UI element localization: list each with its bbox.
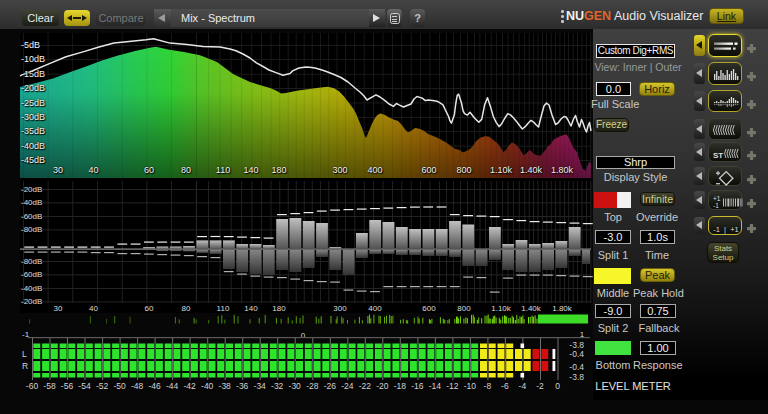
- svg-text:-0.4: -0.4: [569, 362, 584, 372]
- svg-text:80: 80: [181, 165, 191, 175]
- svg-text:-45dB: -45dB: [21, 155, 45, 165]
- svg-text:600: 600: [422, 304, 436, 313]
- svg-text:300: 300: [333, 304, 347, 313]
- svg-text:60: 60: [145, 304, 154, 313]
- svg-text:1.10k: 1.10k: [490, 165, 513, 175]
- svg-text:ST: ST: [713, 151, 723, 160]
- svg-text:1.40k: 1.40k: [520, 165, 543, 175]
- svg-text:+1: +1: [713, 195, 721, 202]
- svg-text:-14: -14: [429, 381, 442, 391]
- svg-text:140: 140: [244, 304, 258, 313]
- svg-text:-40: -40: [201, 381, 214, 391]
- svg-text:-38: -38: [219, 381, 232, 391]
- svg-text:-40dB: -40dB: [21, 141, 45, 151]
- svg-text:-60dB: -60dB: [21, 212, 42, 221]
- svg-text:-40dB: -40dB: [21, 198, 42, 207]
- svg-text:40: 40: [89, 304, 98, 313]
- svg-text:L: L: [22, 349, 27, 359]
- svg-text:-52: -52: [96, 381, 109, 391]
- svg-text:30: 30: [53, 165, 63, 175]
- svg-text:-5dB: -5dB: [21, 40, 40, 50]
- svg-text:180: 180: [271, 165, 286, 175]
- svg-text:-1 | +1: -1 | +1: [713, 225, 739, 234]
- svg-text:400: 400: [368, 304, 382, 313]
- svg-text:-58: -58: [43, 381, 56, 391]
- svg-text:-1: -1: [713, 202, 719, 209]
- svg-text:-22: -22: [359, 381, 372, 391]
- svg-text:-10dB: -10dB: [21, 54, 45, 64]
- svg-text:110: 110: [217, 304, 230, 313]
- svg-text:-2: -2: [536, 381, 544, 391]
- svg-text:-40dB: -40dB: [21, 284, 42, 293]
- svg-text:-20dB: -20dB: [21, 185, 42, 194]
- svg-text:300: 300: [332, 165, 347, 175]
- svg-text:600: 600: [421, 165, 436, 175]
- svg-text:-0.4: -0.4: [569, 349, 584, 359]
- svg-text:-24: -24: [341, 381, 354, 391]
- svg-text:-26: -26: [324, 381, 337, 391]
- svg-text:-4: -4: [519, 381, 527, 391]
- svg-text:-20dB: -20dB: [21, 297, 42, 306]
- svg-text:1.10k: 1.10k: [491, 304, 512, 313]
- svg-text:-46: -46: [148, 381, 161, 391]
- svg-text:-16: -16: [411, 381, 424, 391]
- svg-text:-60dB: -60dB: [21, 270, 42, 279]
- svg-text:-15dB: -15dB: [21, 69, 45, 79]
- svg-text:400: 400: [367, 165, 382, 175]
- svg-text:-35dB: -35dB: [21, 126, 45, 136]
- svg-text:-80dB: -80dB: [21, 257, 42, 266]
- svg-text:-48: -48: [131, 381, 144, 391]
- svg-text:30: 30: [54, 304, 63, 313]
- svg-text:1.80k: 1.80k: [551, 165, 574, 175]
- svg-text:-60: -60: [26, 381, 39, 391]
- svg-text:-56: -56: [61, 381, 74, 391]
- svg-text:-28: -28: [306, 381, 319, 391]
- svg-text:R: R: [22, 361, 28, 371]
- svg-text:-54: -54: [78, 381, 91, 391]
- svg-text:-30dB: -30dB: [21, 112, 45, 122]
- svg-text:800: 800: [457, 304, 471, 313]
- svg-text:-12: -12: [446, 381, 459, 391]
- svg-text:-34: -34: [254, 381, 267, 391]
- svg-text:-25dB: -25dB: [21, 98, 45, 108]
- svg-text:1.40k: 1.40k: [521, 304, 542, 313]
- svg-text:-36: -36: [236, 381, 249, 391]
- svg-text:-44: -44: [166, 381, 179, 391]
- svg-text:80: 80: [182, 304, 191, 313]
- svg-text:-8: -8: [484, 381, 492, 391]
- svg-text:40: 40: [88, 165, 98, 175]
- svg-text:800: 800: [456, 165, 471, 175]
- svg-text:-80dB: -80dB: [21, 225, 42, 234]
- svg-text:-18: -18: [394, 381, 407, 391]
- svg-text:-20dB: -20dB: [21, 83, 45, 93]
- svg-text:1.80k: 1.80k: [552, 304, 573, 313]
- svg-text:-10: -10: [464, 381, 477, 391]
- svg-text:110: 110: [216, 165, 230, 175]
- svg-text:-30: -30: [289, 381, 302, 391]
- svg-text:-20: -20: [376, 381, 389, 391]
- svg-text:-50: -50: [113, 381, 126, 391]
- svg-text:0: 0: [301, 331, 306, 340]
- svg-text:-42: -42: [183, 381, 196, 391]
- svg-text:0: 0: [555, 381, 560, 391]
- svg-text:60: 60: [144, 165, 154, 175]
- svg-text:140: 140: [243, 165, 258, 175]
- svg-text:-32: -32: [271, 381, 284, 391]
- svg-text:180: 180: [272, 304, 286, 313]
- svg-text:-6: -6: [501, 381, 509, 391]
